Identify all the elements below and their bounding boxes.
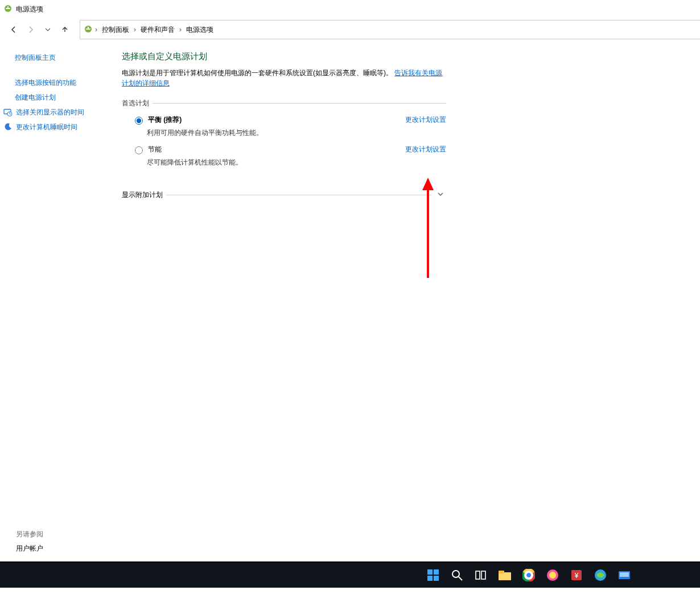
title-bar: 电源选项 [0, 0, 700, 16]
svg-text:¥: ¥ [574, 572, 579, 580]
up-button[interactable] [58, 23, 72, 36]
svg-rect-17 [481, 571, 485, 579]
task-view-icon[interactable] [473, 568, 488, 583]
sidebar-home[interactable]: 控制面板主页 [15, 52, 108, 63]
user-accounts-link[interactable]: 用户帐户 [16, 544, 43, 554]
svg-rect-2 [7, 6, 9, 9]
sidebar-display-off-time[interactable]: 选择关闭显示器的时间 [16, 107, 84, 117]
power-options-icon [84, 24, 93, 35]
plan-balanced-label[interactable]: 平衡 (推荐) [148, 115, 182, 125]
svg-point-14 [452, 571, 459, 577]
svg-rect-19 [499, 571, 504, 573]
section-preferred-plans: 首选计划 [122, 99, 446, 108]
plan-power-saver: 节能 更改计划设置 尽可能降低计算机性能以节能。 [132, 145, 446, 167]
breadcrumb-power-options[interactable]: 电源选项 [184, 24, 216, 36]
sidebar-choose-button-action[interactable]: 选择电源按钮的功能 [15, 77, 108, 88]
plan-power-saver-label[interactable]: 节能 [148, 145, 162, 154]
plan-balanced-change-link[interactable]: 更改计划设置 [405, 115, 446, 125]
divider [153, 103, 446, 104]
forward-button[interactable] [24, 23, 38, 36]
chrome-icon[interactable] [521, 568, 536, 583]
section-label: 首选计划 [122, 99, 149, 108]
search-icon[interactable] [450, 568, 464, 583]
power-options-icon [3, 4, 13, 15]
chevron-right-icon[interactable]: › [179, 26, 182, 34]
description-text: 电源计划是用于管理计算机如何使用电源的一套硬件和系统设置(如显示器亮度、睡眠等)… [122, 69, 393, 77]
page-heading: 选择或自定义电源计划 [122, 51, 446, 62]
plan-balanced: 平衡 (推荐) 更改计划设置 利用可用的硬件自动平衡功耗与性能。 [132, 115, 446, 138]
plan-balanced-radio[interactable] [135, 117, 143, 125]
divider [166, 195, 431, 195]
app-icon-2[interactable]: ¥ [569, 568, 584, 583]
file-explorer-icon[interactable] [497, 568, 512, 583]
sidebar-sleep-time[interactable]: 更改计算机睡眠时间 [16, 122, 77, 132]
plan-balanced-desc: 利用可用的硬件自动平衡功耗与性能。 [147, 128, 446, 138]
address-bar[interactable]: › 控制面板 › 硬件和声音 › 电源选项 [80, 20, 700, 39]
svg-rect-13 [434, 576, 439, 581]
display-off-icon [3, 108, 13, 117]
window-title: 电源选项 [16, 5, 43, 14]
app-icon-3[interactable] [593, 568, 608, 583]
breadcrumb-hardware-sound[interactable]: 硬件和声音 [138, 24, 177, 36]
start-button[interactable] [426, 568, 440, 583]
see-also-label: 另请参阅 [16, 530, 43, 539]
sidebar: 控制面板主页 选择电源按钮的功能 创建电源计划 选择关闭显示器的时间 更改计算机… [0, 43, 114, 590]
svg-rect-32 [620, 572, 629, 577]
nav-bar: › 控制面板 › 硬件和声音 › 电源选项 [0, 16, 700, 43]
chevron-right-icon[interactable]: › [134, 26, 136, 34]
show-additional-plans[interactable]: 显示附加计划 [122, 190, 446, 200]
svg-rect-12 [427, 576, 433, 581]
svg-point-24 [526, 573, 531, 577]
content: 选择或自定义电源计划 电源计划是用于管理计算机如何使用电源的一套硬件和系统设置(… [114, 43, 458, 590]
plan-power-saver-radio[interactable] [135, 146, 143, 154]
expander-label: 显示附加计划 [122, 190, 163, 200]
plan-power-saver-change-link[interactable]: 更改计划设置 [405, 145, 446, 154]
sleep-icon [3, 122, 13, 132]
svg-rect-16 [476, 571, 480, 579]
back-button[interactable] [7, 23, 20, 36]
svg-rect-11 [434, 569, 439, 575]
app-icon-4[interactable] [617, 568, 632, 583]
svg-rect-5 [88, 27, 89, 30]
breadcrumb-control-panel[interactable]: 控制面板 [100, 24, 131, 36]
svg-line-15 [459, 577, 462, 580]
sidebar-create-plan[interactable]: 创建电源计划 [15, 92, 108, 102]
recent-locations-dropdown[interactable] [41, 23, 55, 36]
chevron-right-icon[interactable]: › [95, 26, 97, 34]
page-description: 电源计划是用于管理计算机如何使用电源的一套硬件和系统设置(如显示器亮度、睡眠等)… [122, 68, 446, 88]
svg-rect-10 [427, 569, 433, 575]
chevron-down-icon [435, 191, 446, 199]
see-also: 另请参阅 用户帐户 [16, 530, 43, 554]
plan-power-saver-desc: 尽可能降低计算机性能以节能。 [147, 158, 446, 167]
svg-point-27 [549, 572, 556, 579]
taskbar: ¥ [0, 563, 700, 588]
svg-rect-18 [499, 572, 511, 580]
app-icon-1[interactable] [545, 568, 560, 583]
